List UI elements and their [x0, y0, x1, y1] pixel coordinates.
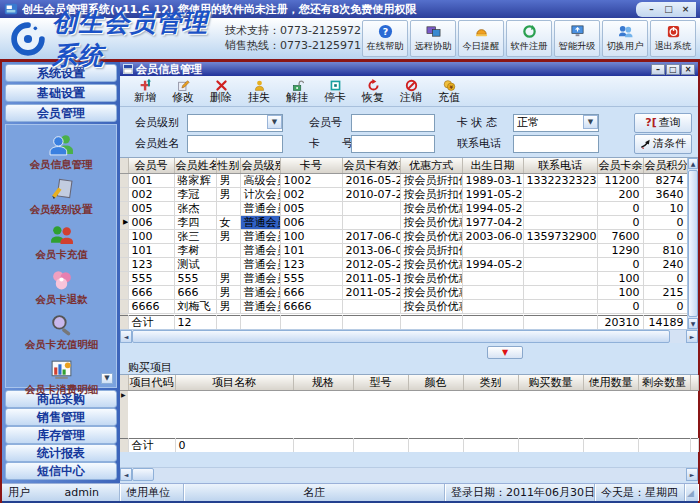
column-header[interactable]: 会员姓名 [174, 158, 216, 174]
column-header[interactable]: 规格 [293, 375, 353, 391]
member-cell[interactable]: 005 [128, 202, 174, 216]
member-cell[interactable]: 002 [280, 188, 342, 202]
member-cell[interactable]: 215 [643, 286, 687, 300]
add-button[interactable]: 新增 [126, 77, 164, 106]
member-row[interactable]: 6666刘梅飞男普通会员6666按会员价优惠00 [120, 300, 687, 314]
sidebar-item-card-refund[interactable]: 会员卡退款 [34, 267, 89, 307]
member-cell[interactable]: 普通会员 [240, 230, 280, 244]
resize-grip[interactable]: ◢ [685, 484, 698, 501]
column-header[interactable]: 颜色 [408, 375, 463, 391]
member-grid-vertical-scrollbar[interactable]: ▲ ▼ [687, 158, 698, 329]
scroll-right-icon[interactable]: ► [686, 330, 698, 343]
member-cell[interactable]: 女 [216, 216, 240, 230]
card-no-input[interactable] [351, 135, 435, 153]
member-row[interactable]: 123测试普通会员1232012-05-27按会员价优惠1994-05-2802… [120, 258, 687, 272]
sidebar-group-bottom-2[interactable]: 销售管理 [5, 408, 117, 426]
scroll-left-icon[interactable]: ◄ [120, 330, 132, 343]
member-cell[interactable] [462, 272, 523, 286]
mdi-minimize-button[interactable]: – [651, 64, 665, 75]
member-cell[interactable]: 骆家辉 [174, 174, 216, 188]
member-cell[interactable]: 2017-06-04 [342, 230, 400, 244]
member-cell[interactable] [523, 188, 597, 202]
member-cell[interactable] [523, 300, 597, 314]
column-header[interactable]: 会员号 [128, 158, 174, 174]
member-cell[interactable]: 13597329002 [523, 230, 597, 244]
phone-input[interactable] [513, 135, 599, 153]
sidebar-group-bottom-3[interactable]: 库存管理 [5, 426, 117, 444]
member-cell[interactable] [342, 202, 400, 216]
member-cell[interactable]: 200 [597, 188, 643, 202]
member-row[interactable]: 001骆家辉男高级会员10022016-05-22按会员折扣优1989-03-1… [120, 174, 687, 188]
member-row[interactable]: 005张杰普通会员005按会员价优惠1994-05-27010 [120, 202, 687, 216]
minimize-button[interactable]: – [644, 3, 659, 16]
mdi-maximize-button[interactable]: □ [666, 64, 680, 75]
member-cell[interactable]: 1332232323 [523, 174, 597, 188]
member-cell[interactable]: 6666 [280, 300, 342, 314]
column-header[interactable]: 类别 [463, 375, 518, 391]
mdi-close-button[interactable]: × [681, 64, 695, 75]
column-header[interactable]: 联系电话 [523, 158, 597, 174]
scroll-right-icon[interactable]: ► [686, 468, 698, 481]
member-cell[interactable]: 100 [280, 230, 342, 244]
member-cell[interactable]: 李四 [174, 216, 216, 230]
restore-button[interactable]: 恢复 [354, 77, 392, 106]
red-down-arrow-icon[interactable]: ▼ [487, 346, 523, 359]
member-cell[interactable]: 0 [643, 300, 687, 314]
member-cell[interactable] [216, 258, 240, 272]
member-cell[interactable]: 666 [128, 286, 174, 300]
sidebar-group-bottom-5[interactable]: 短信中心 [5, 462, 117, 480]
member-cell[interactable]: 男 [216, 230, 240, 244]
member-cell[interactable] [523, 216, 597, 230]
member-no-input[interactable] [351, 114, 435, 132]
member-cell[interactable]: 李冠 [174, 188, 216, 202]
member-cell[interactable]: 1991-05-28 [462, 188, 523, 202]
header-button-today-reminder[interactable]: 今日提醒 [458, 20, 504, 57]
member-cell[interactable]: 按会员价优惠 [400, 202, 462, 216]
member-cell[interactable]: 按会员价优惠 [400, 300, 462, 314]
member-cell[interactable]: 按会员折扣优 [400, 244, 462, 258]
member-cell[interactable] [462, 300, 523, 314]
horizontal-scroll-track[interactable] [670, 330, 686, 343]
column-header[interactable]: 剩余数量 [638, 375, 690, 391]
recharge-button[interactable]: ¥充值 [430, 77, 468, 106]
member-row[interactable]: 555555男普通会员5552011-05-16按会员价优惠1000 [120, 272, 687, 286]
report-loss-button[interactable]: 挂失 [240, 77, 278, 106]
member-cell[interactable]: 3640 [643, 188, 687, 202]
header-button-software-register[interactable]: 软件注册 [506, 20, 552, 57]
column-header[interactable]: 优惠方式 [400, 158, 462, 174]
member-grid-horizontal-scrollbar[interactable]: ◄ ► [120, 329, 698, 343]
member-cell[interactable]: 100 [597, 286, 643, 300]
member-cell[interactable]: 2010-07-21 [342, 188, 400, 202]
member-cell[interactable]: 1994-05-28 [462, 258, 523, 272]
member-cell[interactable]: 005 [280, 202, 342, 216]
column-header[interactable]: 会员积分 [643, 158, 687, 174]
column-header[interactable]: 会员卡有效期 [342, 158, 400, 174]
member-cell[interactable]: 张杰 [174, 202, 216, 216]
column-header[interactable]: 型号 [353, 375, 408, 391]
member-cell[interactable]: 002 [128, 188, 174, 202]
column-header[interactable]: 项目代码 [128, 375, 175, 391]
header-button-smart-upgrade[interactable]: 智能升级 [554, 20, 600, 57]
member-row[interactable]: 101李树普通会员1012013-06-06按会员折扣优1290810 [120, 244, 687, 258]
member-cell[interactable]: 001 [128, 174, 174, 188]
member-cell[interactable]: 1989-03-17 [462, 174, 523, 188]
chevron-down-icon[interactable]: ▼ [267, 115, 282, 129]
member-cell[interactable]: 普通会员 [240, 216, 280, 230]
scroll-left-icon[interactable]: ◄ [120, 468, 132, 481]
member-cell[interactable] [216, 202, 240, 216]
member-cell[interactable]: 2012-05-27 [342, 258, 400, 272]
member-cell[interactable]: 0 [643, 272, 687, 286]
member-cell[interactable]: 2011-05-16 [342, 272, 400, 286]
horizontal-scroll-track[interactable] [154, 468, 686, 481]
member-cell[interactable]: 100 [597, 272, 643, 286]
member-cell[interactable]: 刘梅飞 [174, 300, 216, 314]
member-cell[interactable]: 2003-06-08 [462, 230, 523, 244]
member-cell[interactable]: 男 [216, 272, 240, 286]
column-header[interactable]: 购买数量 [518, 375, 583, 391]
member-cell[interactable]: 0 [597, 258, 643, 272]
member-cell[interactable]: 2013-06-06 [342, 244, 400, 258]
member-cell[interactable]: 普通会员 [240, 202, 280, 216]
member-cell[interactable]: 按会员折扣优 [400, 174, 462, 188]
member-cell[interactable]: 男 [216, 174, 240, 188]
member-cell[interactable]: 高级会员 [240, 174, 280, 188]
